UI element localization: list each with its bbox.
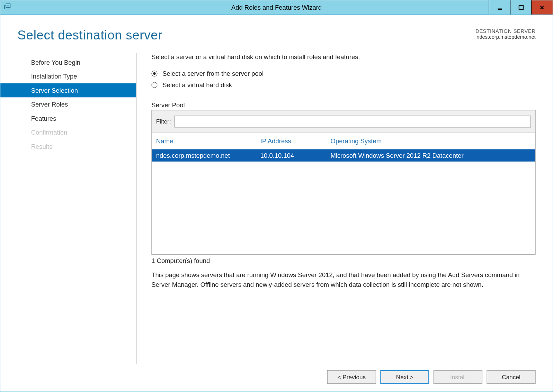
maximize-button[interactable] [510,0,531,15]
explain-text: This page shows servers that are running… [151,270,534,289]
col-header-os[interactable]: Operating System [331,137,531,145]
minimize-button[interactable] [489,0,510,15]
table-row[interactable]: ndes.corp.mstepdemo.net 10.0.10.104 Micr… [152,149,535,162]
cell-ip: 10.0.10.104 [260,152,331,159]
page-title: Select destination server [17,28,162,43]
server-pool-box: Filter: Name IP Address Operating System… [151,110,535,255]
destination-block: DESTINATION SERVER ndes.corp.mstepdemo.n… [475,28,536,40]
wizard-window: Add Roles and Features Wizard ✕ Select d… [0,0,553,392]
main-panel: Select a server or a virtual hard disk o… [136,53,535,364]
col-header-ip[interactable]: IP Address [260,137,331,145]
sidebar-item-before-you-begin[interactable]: Before You Begin [0,55,136,70]
titlebar: Add Roles and Features Wizard ✕ [0,0,553,15]
col-header-name[interactable]: Name [156,137,260,145]
destination-label: DESTINATION SERVER [475,28,536,34]
wizard-sidebar: Before You Begin Installation Type Serve… [0,53,136,364]
sidebar-item-features[interactable]: Features [0,111,136,126]
body-row: Before You Begin Installation Type Serve… [0,43,553,364]
server-pool-label: Server Pool [151,101,535,108]
radio-icon-unchecked [151,82,157,88]
close-icon: ✕ [539,4,545,11]
sidebar-item-installation-type[interactable]: Installation Type [0,69,136,83]
filter-bar: Filter: [152,110,535,133]
install-button: Install [434,370,482,384]
filter-label: Filter: [156,118,171,125]
content-area: Select destination server DESTINATION SE… [0,15,553,391]
radio-vhd-label: Select a virtual hard disk [162,81,232,89]
cell-os: Microsoft Windows Server 2012 R2 Datacen… [331,152,531,159]
table-header: Name IP Address Operating System [152,133,535,149]
window-controls: ✕ [489,0,553,15]
svg-rect-2 [498,8,502,10]
cell-name: ndes.corp.mstepdemo.net [156,152,260,159]
sidebar-item-server-selection[interactable]: Server Selection [0,83,136,98]
radio-icon-checked [151,70,157,76]
computers-found: 1 Computer(s) found [151,257,535,264]
radio-server-pool-label: Select a server from the server pool [162,70,264,77]
footer-buttons: < Previous Next > Install Cancel [0,364,553,392]
filter-input[interactable] [175,116,531,127]
destination-value: ndes.corp.mstepdemo.net [475,34,536,40]
radio-server-pool[interactable]: Select a server from the server pool [151,70,535,77]
sidebar-item-results: Results [0,139,136,154]
sidebar-item-confirmation: Confirmation [0,125,136,139]
header-row: Select destination server DESTINATION SE… [0,15,553,43]
table-body: ndes.corp.mstepdemo.net 10.0.10.104 Micr… [152,149,535,254]
radio-vhd[interactable]: Select a virtual hard disk [151,81,535,89]
svg-rect-3 [519,5,523,9]
svg-rect-0 [5,5,9,9]
instruction-text: Select a server or a virtual hard disk o… [151,53,535,61]
sidebar-item-server-roles[interactable]: Server Roles [0,97,136,111]
window-title: Add Roles and Features Wizard [0,4,553,11]
next-button[interactable]: Next > [380,370,429,384]
cancel-button[interactable]: Cancel [487,370,535,384]
close-button[interactable]: ✕ [531,0,552,15]
svg-rect-1 [6,4,10,8]
previous-button[interactable]: < Previous [327,370,376,384]
app-icon [4,3,11,11]
